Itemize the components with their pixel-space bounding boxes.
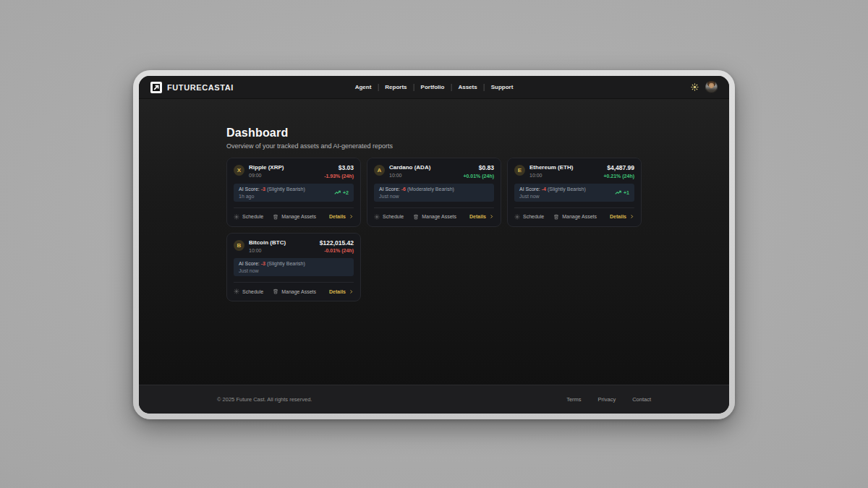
- chevron-right-icon: [349, 214, 354, 219]
- ai-score-label: AI Score:: [379, 187, 400, 192]
- ai-score-strip: AI Score: -3 (Slightly Bearish) 1h ago +…: [234, 184, 354, 202]
- ai-score-value: -6: [401, 187, 406, 192]
- ai-score-sentiment: (Moderately Bearish): [407, 187, 454, 192]
- schedule-button[interactable]: Schedule: [374, 214, 404, 220]
- card-actions: Schedule Manage Assets Details: [227, 283, 360, 301]
- asset-price: $0.83: [463, 165, 494, 171]
- main-nav: AgentReportsPortfolioAssetsSupport: [349, 76, 520, 98]
- footer-links: Terms Privacy Contact: [566, 396, 651, 403]
- chevron-right-icon: [349, 289, 354, 294]
- content-container: Dashboard Overview of your tracked asset…: [226, 99, 642, 301]
- nav-item-support[interactable]: Support: [485, 76, 520, 98]
- footer-link-contact[interactable]: Contact: [632, 396, 651, 403]
- ai-score-strip: AI Score: -6 (Moderately Bearish) Just n…: [374, 184, 494, 202]
- card-actions: Schedule Manage Assets Details: [227, 208, 360, 226]
- asset-time: 10:00: [529, 173, 573, 178]
- asset-price: $122,015.42: [320, 240, 354, 247]
- manage-assets-button[interactable]: Manage Assets: [553, 214, 597, 220]
- details-button[interactable]: Details: [469, 214, 494, 219]
- topbar-right: [690, 81, 718, 93]
- main-area: Dashboard Overview of your tracked asset…: [139, 99, 729, 385]
- ai-score-strip: AI Score: -4 (Slightly Bearish) Just now…: [514, 184, 634, 202]
- trend-badge: +1: [615, 190, 629, 195]
- device-frame: FUTURECASTAI AgentReportsPortfolioAssets…: [133, 70, 735, 419]
- asset-card-header: X Ripple (XRP) 09:00 $3.03 -1.93% (24h): [227, 158, 360, 179]
- ai-score-updated: Just now: [379, 194, 454, 199]
- details-button[interactable]: Details: [329, 214, 354, 219]
- details-button[interactable]: Details: [329, 289, 354, 294]
- schedule-button[interactable]: Schedule: [234, 214, 263, 220]
- chevron-right-icon: [489, 214, 494, 219]
- footer-link-privacy[interactable]: Privacy: [598, 396, 616, 403]
- page-title: Dashboard: [226, 127, 642, 140]
- asset-initial-badge: X: [234, 165, 244, 176]
- ai-score-label: AI Score:: [239, 261, 260, 266]
- asset-initial-badge: B: [234, 240, 244, 251]
- brand-logo[interactable]: FUTURECASTAI: [150, 82, 234, 93]
- logo-arrow-icon: [150, 82, 162, 93]
- gear-icon: [234, 288, 239, 294]
- asset-card-header: A Cardano (ADA) 10:00 $0.83 +0.01% (24h): [367, 158, 501, 179]
- card-actions: Schedule Manage Assets Details: [367, 208, 501, 226]
- trash-icon: [273, 214, 278, 220]
- gear-icon: [514, 214, 520, 220]
- footer-link-terms[interactable]: Terms: [566, 396, 581, 403]
- price-change: -0.01% (24h): [320, 248, 354, 253]
- trend-value: +1: [624, 190, 629, 195]
- trend-badge: +2: [334, 190, 349, 195]
- details-button[interactable]: Details: [610, 214, 634, 219]
- price-change: +0.01% (24h): [463, 174, 494, 179]
- chevron-right-icon: [629, 214, 634, 219]
- asset-name: Cardano (ADA): [389, 165, 430, 171]
- ai-score-label: AI Score:: [239, 187, 260, 192]
- schedule-button[interactable]: Schedule: [514, 214, 544, 220]
- asset-card: A Cardano (ADA) 10:00 $0.83 +0.01% (24h)…: [367, 158, 501, 227]
- asset-price: $4,487.99: [603, 165, 634, 171]
- asset-card-header: B Bitcoin (BTC) 10:00 $122,015.42 -0.01%…: [227, 234, 360, 254]
- asset-card: B Bitcoin (BTC) 10:00 $122,015.42 -0.01%…: [226, 233, 361, 302]
- card-actions: Schedule Manage Assets Details: [508, 208, 641, 226]
- ai-score-sentiment: (Slightly Bearish): [267, 187, 305, 192]
- ai-score-updated: Just now: [519, 194, 586, 199]
- nav-item-reports[interactable]: Reports: [378, 76, 413, 98]
- manage-assets-button[interactable]: Manage Assets: [273, 288, 316, 294]
- gear-icon: [234, 214, 239, 220]
- cards-grid: X Ripple (XRP) 09:00 $3.03 -1.93% (24h) …: [226, 158, 642, 301]
- trending-up-icon: [615, 190, 621, 195]
- price-change: +0.21% (24h): [603, 174, 634, 179]
- ai-score-sentiment: (Slightly Bearish): [548, 187, 586, 192]
- manage-assets-button[interactable]: Manage Assets: [273, 214, 316, 220]
- price-change: -1.93% (24h): [324, 174, 354, 179]
- ai-score-sentiment: (Slightly Bearish): [267, 261, 305, 266]
- trash-icon: [273, 288, 278, 294]
- ai-score-label: AI Score:: [519, 187, 540, 192]
- trend-value: +2: [343, 190, 349, 195]
- app-window: FUTURECASTAI AgentReportsPortfolioAssets…: [139, 76, 729, 414]
- page-subtitle: Overview of your tracked assets and AI-g…: [226, 142, 642, 150]
- asset-name: Bitcoin (BTC): [249, 240, 286, 246]
- nav-item-assets[interactable]: Assets: [451, 76, 483, 98]
- ai-score-updated: Just now: [239, 268, 305, 273]
- asset-name: Ethereum (ETH): [529, 165, 573, 171]
- trash-icon: [553, 214, 559, 220]
- user-avatar[interactable]: [705, 81, 718, 93]
- trending-up-icon: [334, 190, 341, 195]
- ai-score-value: -4: [542, 187, 546, 192]
- ai-score-value: -3: [261, 261, 265, 266]
- app-footer: © 2025 Future Cast. All rights reserved.…: [139, 385, 729, 414]
- asset-time: 10:00: [249, 248, 286, 253]
- asset-card: E Ethereum (ETH) 10:00 $4,487.99 +0.21% …: [507, 158, 642, 227]
- asset-card-header: E Ethereum (ETH) 10:00 $4,487.99 +0.21% …: [508, 158, 641, 179]
- asset-time: 09:00: [249, 173, 284, 178]
- asset-initial-badge: E: [514, 165, 525, 176]
- gear-icon: [374, 214, 380, 220]
- trash-icon: [413, 214, 419, 220]
- asset-price: $3.03: [324, 165, 354, 171]
- theme-toggle-sun-icon[interactable]: [690, 83, 699, 92]
- nav-item-agent[interactable]: Agent: [349, 76, 378, 98]
- schedule-button[interactable]: Schedule: [234, 288, 263, 294]
- copyright-text: © 2025 Future Cast. All rights reserved.: [217, 396, 312, 403]
- nav-item-portfolio[interactable]: Portfolio: [414, 76, 451, 98]
- manage-assets-button[interactable]: Manage Assets: [413, 214, 456, 220]
- ai-score-value: -3: [261, 187, 265, 192]
